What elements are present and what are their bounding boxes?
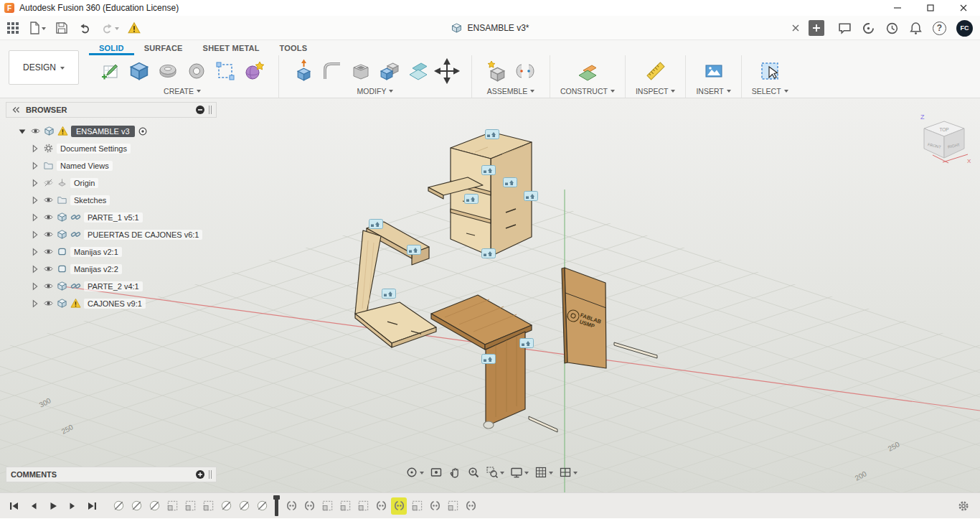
timeline-feature-sketch[interactable]: [254, 497, 270, 515]
create-group-dropdown[interactable]: CREATE: [96, 86, 268, 98]
joint-badge-icon[interactable]: [486, 130, 499, 139]
logo-panel-part[interactable]: FABLAB USMP: [562, 268, 606, 368]
revolve-button[interactable]: [154, 57, 182, 85]
browser-item-label[interactable]: PUEERTAS DE CAJONES v6:1: [84, 230, 202, 240]
browser-row-origin[interactable]: Origin: [6, 174, 217, 191]
expand-arrow-icon[interactable]: [30, 230, 40, 240]
new-tab-button[interactable]: [809, 20, 824, 36]
joint-button[interactable]: [511, 57, 540, 85]
browser-panel-header[interactable]: BROWSER: [6, 102, 217, 118]
inspect-group-dropdown[interactable]: INSPECT: [636, 86, 676, 98]
browser-row-document-settings[interactable]: Document Settings: [6, 140, 217, 156]
timeline-feature-sketch[interactable]: [236, 497, 252, 515]
browser-row-parte2[interactable]: PARTE_2 v4:1: [6, 278, 217, 294]
display-settings[interactable]: [510, 466, 529, 479]
expand-panel-icon[interactable]: [195, 469, 205, 479]
grid-settings[interactable]: [534, 466, 553, 479]
select-button[interactable]: [755, 57, 784, 85]
select-group-dropdown[interactable]: SELECT: [752, 86, 788, 98]
timeline-feature-joint[interactable]: [301, 497, 317, 515]
timeline-feature-joint[interactable]: [373, 497, 389, 515]
visibility-eye-icon[interactable]: [43, 263, 54, 274]
workspace-dropdown[interactable]: DESIGN: [9, 50, 79, 85]
create-sketch-button[interactable]: [96, 57, 125, 85]
notifications-bell-icon[interactable]: [909, 22, 923, 35]
timeline-feature-component[interactable]: [445, 497, 461, 515]
expand-arrow-icon[interactable]: [30, 195, 40, 205]
go-to-start-button[interactable]: [9, 500, 20, 512]
timeline-feature-joint[interactable]: [391, 497, 407, 515]
timeline-playhead[interactable]: [275, 496, 278, 516]
panel-resize-handle[interactable]: [209, 470, 212, 479]
collapse-panel-icon[interactable]: [11, 105, 21, 115]
joint-badge-icon[interactable]: [504, 178, 517, 187]
timeline-settings-gear-icon[interactable]: [957, 500, 970, 513]
timeline-feature-component[interactable]: [409, 497, 425, 515]
pan-tool[interactable]: [448, 466, 461, 479]
browser-item-label[interactable]: PARTE_2 v4:1: [84, 281, 143, 291]
expand-arrow-icon[interactable]: [30, 161, 40, 171]
redo-button[interactable]: [100, 21, 119, 35]
browser-item-label[interactable]: Sketches: [70, 195, 110, 205]
timeline-feature-joint[interactable]: [427, 497, 443, 515]
timeline-feature-sketch[interactable]: [110, 497, 126, 515]
step-forward-button[interactable]: [67, 500, 78, 512]
play-button[interactable]: [47, 500, 59, 512]
browser-row-manijas1[interactable]: Manijas v2:1: [6, 243, 217, 260]
joint-badge-icon[interactable]: [369, 220, 383, 229]
timeline-feature-component[interactable]: [164, 497, 180, 515]
tab-sheet-metal[interactable]: SHEET METAL: [193, 40, 270, 55]
visibility-off-icon[interactable]: [43, 177, 54, 188]
file-menu-button[interactable]: [27, 21, 46, 35]
expand-arrow-icon[interactable]: [30, 178, 40, 188]
joint-badge-icon[interactable]: [482, 355, 496, 364]
browser-row-puertas[interactable]: PUEERTAS DE CAJONES v6:1: [6, 226, 217, 243]
combine-button[interactable]: [375, 57, 404, 85]
joint-badge-icon[interactable]: [407, 245, 421, 255]
visibility-eye-icon[interactable]: [43, 229, 54, 240]
visibility-eye-icon[interactable]: [43, 212, 54, 223]
zoom-window-tool[interactable]: [486, 466, 504, 479]
measure-button[interactable]: [641, 57, 670, 85]
comments-panel-header[interactable]: COMMENTS: [6, 467, 217, 482]
visibility-eye-icon[interactable]: [43, 246, 54, 257]
hole-button[interactable]: [182, 57, 211, 85]
timeline-feature-component[interactable]: [319, 497, 335, 515]
tab-close-button[interactable]: [789, 22, 802, 34]
construct-plane-button[interactable]: [573, 57, 602, 85]
move-copy-button[interactable]: [433, 57, 461, 85]
history-clock-icon[interactable]: [885, 22, 899, 35]
tab-solid[interactable]: SOLID: [89, 40, 134, 55]
browser-row-parte1[interactable]: PARTE_1 v5:1: [6, 209, 217, 225]
look-at-tool[interactable]: [430, 466, 443, 479]
viewports-tool[interactable]: [559, 466, 578, 479]
undo-button[interactable]: [77, 21, 92, 35]
document-warning-icon[interactable]: [128, 22, 141, 34]
insert-button[interactable]: [699, 57, 728, 85]
maximize-button[interactable]: [914, 0, 947, 16]
assemble-group-dropdown[interactable]: ASSEMBLE: [482, 86, 540, 98]
minimize-button[interactable]: [881, 0, 914, 16]
app-grid-icon[interactable]: [7, 22, 19, 34]
zoom-tool[interactable]: [467, 466, 480, 479]
joint-badge-icon[interactable]: [482, 166, 496, 175]
browser-item-label[interactable]: Manijas v2:2: [70, 264, 122, 274]
offset-face-button[interactable]: [404, 57, 433, 85]
new-component-button[interactable]: [482, 57, 511, 85]
browser-row-named-views[interactable]: Named Views: [6, 157, 217, 174]
browser-item-label[interactable]: Manijas v2:1: [70, 247, 122, 257]
tab-tools[interactable]: TOOLS: [270, 40, 318, 55]
fillet-button[interactable]: [318, 57, 347, 85]
timeline-feature-sketch[interactable]: [146, 497, 162, 515]
box-button[interactable]: [125, 57, 154, 85]
modify-group-dropdown[interactable]: MODIFY: [289, 86, 461, 98]
expand-arrow-icon[interactable]: [30, 264, 40, 274]
browser-item-label[interactable]: Named Views: [57, 161, 113, 171]
visibility-eye-icon[interactable]: [43, 195, 54, 205]
pattern-button[interactable]: [211, 57, 240, 85]
expand-arrow-icon[interactable]: [30, 299, 40, 309]
timeline-feature-sketch[interactable]: [128, 497, 144, 515]
viewcube-top-face[interactable]: TOP: [939, 127, 948, 132]
panel-resize-handle[interactable]: [209, 106, 212, 114]
expand-arrow-icon[interactable]: [30, 212, 40, 223]
